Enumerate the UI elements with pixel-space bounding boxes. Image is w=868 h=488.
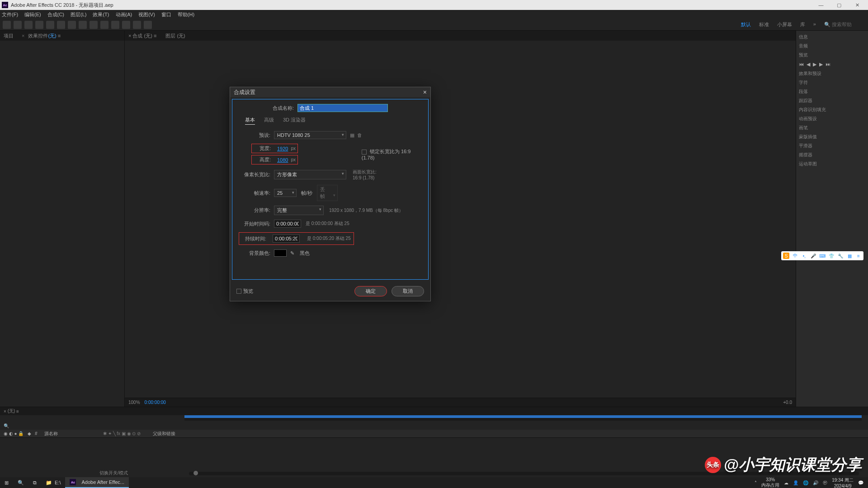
search-button[interactable]: 🔍 xyxy=(13,477,28,488)
height-input[interactable]: 1080 xyxy=(277,157,288,163)
shape-tool-icon[interactable] xyxy=(68,21,76,29)
menu-window[interactable]: 窗口 xyxy=(161,11,171,18)
workspace-default[interactable]: 默认 xyxy=(741,21,751,28)
hand-tool-icon[interactable] xyxy=(14,21,22,29)
tab-close-icon[interactable]: × xyxy=(22,33,24,38)
cancel-button[interactable]: 取消 xyxy=(392,286,424,296)
taskview-button[interactable]: ⧉ xyxy=(28,477,41,488)
tray-volume-icon[interactable]: 🔊 xyxy=(813,480,818,485)
panel-mask-interp[interactable]: 蒙版插值 xyxy=(799,132,865,141)
maximize-button[interactable]: ▢ xyxy=(830,0,848,10)
search-help-icon[interactable]: 🔍 搜索帮助 xyxy=(824,21,852,28)
tray-up-icon[interactable]: ˄ xyxy=(755,480,757,485)
preset-save-icon[interactable]: ▦ xyxy=(350,132,354,138)
timeline-ruler[interactable] xyxy=(184,415,862,421)
close-button[interactable]: ✕ xyxy=(848,0,866,10)
next-frame-icon[interactable]: ▶ xyxy=(819,61,823,67)
minimize-button[interactable]: — xyxy=(812,0,830,10)
ime-tool-icon[interactable]: 🔧 xyxy=(837,253,844,259)
menu-view[interactable]: 视图(V) xyxy=(138,11,155,18)
clock-date[interactable]: 2024/4/9 xyxy=(832,483,854,488)
ime-toolbar[interactable]: S 中 •, 🎤 ⌨ 👕 🔧 ▦ ≡ xyxy=(781,251,863,260)
ime-skin-icon[interactable]: 👕 xyxy=(828,253,835,259)
tray-ime-icon[interactable]: ㊥ xyxy=(823,479,827,486)
preset-dropdown[interactable]: HDTV 1080 25 xyxy=(274,131,346,139)
panel-info[interactable]: 信息 xyxy=(799,33,865,42)
ok-button[interactable]: 确定 xyxy=(354,286,387,296)
panel-preview[interactable]: 预览 xyxy=(799,51,865,60)
menu-help[interactable]: 帮助(H) xyxy=(178,11,194,18)
text-tool-icon[interactable] xyxy=(90,21,98,29)
prev-frame-icon[interactable]: ◀ xyxy=(807,61,810,67)
tab-layer[interactable]: 图层 (无) xyxy=(165,33,185,39)
eyedropper-icon[interactable]: ✎ xyxy=(290,250,294,256)
notifications-icon[interactable]: 💬 xyxy=(858,480,863,485)
tray-network-icon[interactable]: 🌐 xyxy=(803,480,808,485)
ime-grid-icon[interactable]: ▦ xyxy=(846,253,853,259)
resolution-dropdown[interactable]: 完整 xyxy=(274,206,324,215)
tray-people-icon[interactable]: 👤 xyxy=(793,480,798,485)
taskbar-explorer[interactable]: 📁 E:\ xyxy=(41,477,65,488)
panel-character[interactable]: 字符 xyxy=(799,78,865,87)
width-input[interactable]: 1920 xyxy=(277,146,288,151)
dialog-close-icon[interactable]: × xyxy=(423,89,427,96)
clock-time[interactable]: 19:34 周二 xyxy=(832,477,854,483)
ime-keyboard-icon[interactable]: ⌨ xyxy=(819,253,826,259)
taskbar-after-effects[interactable]: AeAdobe After Effec... xyxy=(65,477,129,488)
menu-composition[interactable]: 合成(C) xyxy=(47,11,64,18)
tab-project[interactable]: 项目 xyxy=(4,33,14,39)
rotate-tool-icon[interactable] xyxy=(35,21,43,29)
panel-anim-presets[interactable]: 动画预设 xyxy=(799,114,865,123)
ime-lang-icon[interactable]: 中 xyxy=(792,253,798,259)
menu-animation[interactable]: 动画(A) xyxy=(116,11,132,18)
panel-smoother[interactable]: 平滑器 xyxy=(799,141,865,150)
selection-tool-icon[interactable] xyxy=(3,21,11,29)
viewer-camera[interactable]: +0.0 xyxy=(783,400,792,405)
tab-advanced[interactable]: 高级 xyxy=(264,117,274,125)
panel-contentaware[interactable]: 内容识别填充 xyxy=(799,105,865,114)
preset-delete-icon[interactable]: 🗑 xyxy=(357,132,362,138)
menu-file[interactable]: 文件(F) xyxy=(2,11,18,18)
workspace-library[interactable]: 库 xyxy=(800,21,805,28)
tab-3d-renderer[interactable]: 3D 渲染器 xyxy=(283,117,306,125)
timeline-close-icon[interactable]: × xyxy=(4,409,6,414)
pen-tool-icon[interactable] xyxy=(79,21,87,29)
panel-tracker[interactable]: 跟踪器 xyxy=(799,96,865,105)
toggle-switches[interactable]: 切换开关/模式 xyxy=(99,470,128,476)
eraser-tool-icon[interactable] xyxy=(122,21,130,29)
menu-effect[interactable]: 效果(T) xyxy=(93,11,109,18)
comp-name-input[interactable] xyxy=(297,104,388,112)
tab-effects-label[interactable]: 效果控件 xyxy=(28,33,48,39)
menu-layer[interactable]: 图层(L) xyxy=(71,11,86,18)
roto-tool-icon[interactable] xyxy=(133,21,141,29)
clone-tool-icon[interactable] xyxy=(111,21,119,29)
pan-behind-tool-icon[interactable] xyxy=(57,21,65,29)
start-timecode-input[interactable] xyxy=(274,220,301,228)
panel-wiggler[interactable]: 摇摆器 xyxy=(799,150,865,160)
zoom-tool-icon[interactable] xyxy=(24,21,33,29)
bg-color-swatch[interactable] xyxy=(274,249,287,257)
puppet-tool-icon[interactable] xyxy=(144,21,152,29)
pixel-aspect-dropdown[interactable]: 方形像素 xyxy=(274,170,346,179)
lock-aspect-checkbox[interactable] xyxy=(362,150,367,155)
menu-edit[interactable]: 编辑(E) xyxy=(24,11,41,18)
brush-tool-icon[interactable] xyxy=(100,21,108,29)
fps-dropdown[interactable]: 25 xyxy=(274,189,297,197)
workspace-standard[interactable]: 标准 xyxy=(759,21,769,28)
tray-onedrive-icon[interactable]: ☁ xyxy=(784,480,788,485)
viewer-zoom[interactable]: 100% xyxy=(128,400,140,405)
viewer-time[interactable]: 0:00:00:00 xyxy=(145,400,166,405)
ime-mic-icon[interactable]: 🎤 xyxy=(810,253,816,259)
ime-punct-icon[interactable]: •, xyxy=(801,253,807,259)
start-button[interactable]: ⊞ xyxy=(0,477,13,488)
camera-tool-icon[interactable] xyxy=(46,21,54,29)
workspace-small[interactable]: 小屏幕 xyxy=(777,21,792,28)
timeline-tab[interactable]: (无) xyxy=(8,408,15,414)
panel-effects-presets[interactable]: 效果和预设 xyxy=(799,69,865,78)
goto-end-icon[interactable]: ⏭ xyxy=(826,61,830,67)
tab-composition[interactable]: 合成 xyxy=(132,33,144,38)
goto-start-icon[interactable]: ⏮ xyxy=(799,61,804,67)
timeline-search-icon[interactable]: 🔍 xyxy=(4,423,31,428)
ime-menu-icon[interactable]: ≡ xyxy=(855,253,862,259)
panel-brush[interactable]: 画笔 xyxy=(799,123,865,132)
